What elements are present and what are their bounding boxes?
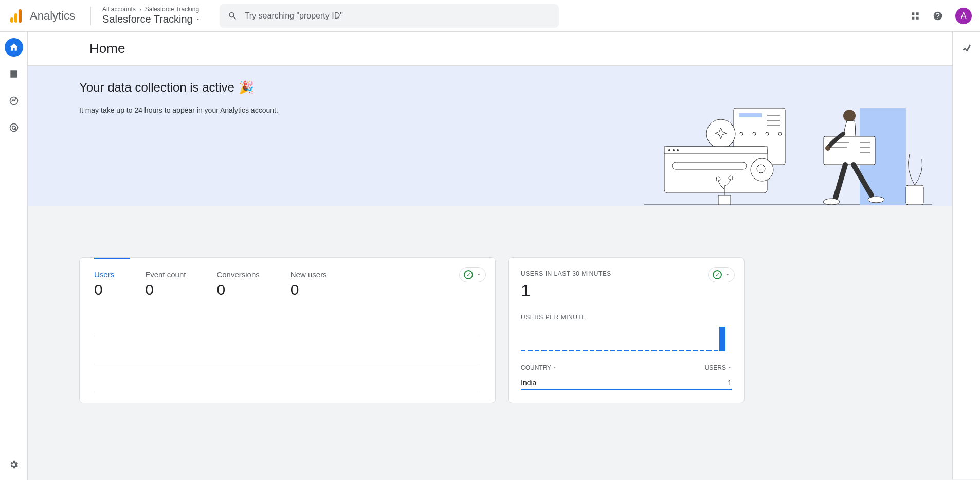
main-content: Home Your data collection is active 🎉 It… <box>28 32 980 480</box>
cards-row: ✓ Users0Event count0Conversions0New user… <box>28 206 952 416</box>
realtime-row-country: India <box>521 379 536 387</box>
nav-explore[interactable] <box>5 92 23 110</box>
spark-bar <box>569 350 574 351</box>
svg-point-3 <box>969 45 970 46</box>
realtime-subtitle: USERS PER MINUTE <box>521 314 732 321</box>
spark-bar <box>693 350 697 351</box>
metric-value: 0 <box>216 281 259 298</box>
explore-icon <box>9 96 19 106</box>
metric-label: Conversions <box>216 270 259 279</box>
check-circle-icon: ✓ <box>464 270 473 279</box>
svg-point-30 <box>843 110 856 122</box>
brand-name: Analytics <box>30 9 75 23</box>
spark-bar <box>528 350 532 351</box>
spark-bar <box>583 350 587 351</box>
realtime-row-bar <box>521 389 732 390</box>
banner-subtitle: It may take up to 24 hours to appear in … <box>79 106 278 114</box>
target-click-icon <box>9 122 19 133</box>
svg-rect-21 <box>672 162 747 169</box>
breadcrumb: All accounts Salesforce Tracking <box>102 6 201 13</box>
svg-point-19 <box>673 149 675 151</box>
spark-bar <box>562 350 567 351</box>
left-nav <box>0 32 28 480</box>
property-selector[interactable]: All accounts Salesforce Tracking Salesfo… <box>102 6 201 25</box>
nav-home[interactable] <box>5 38 23 57</box>
spark-bar <box>624 350 629 351</box>
metric-tabs: Users0Event count0Conversions0New users0 <box>80 258 495 298</box>
svg-point-39 <box>825 146 830 151</box>
check-circle-icon: ✓ <box>713 270 722 279</box>
realtime-col-country[interactable]: COUNTRY <box>521 364 557 371</box>
spark-bar <box>651 350 656 351</box>
banner-illustration <box>664 80 952 206</box>
header-actions: A <box>910 8 972 24</box>
metric-value: 0 <box>291 281 327 298</box>
overview-chart-placeholder <box>80 298 495 402</box>
svg-point-22 <box>751 158 773 181</box>
search-input[interactable] <box>245 11 551 21</box>
spark-bar <box>549 350 553 351</box>
metric-tab-event-count[interactable]: Event count0 <box>145 270 186 298</box>
svg-point-1 <box>10 124 17 132</box>
realtime-col-users[interactable]: USERS <box>705 364 732 371</box>
overview-card: ✓ Users0Event count0Conversions0New user… <box>79 257 496 403</box>
metric-value: 0 <box>94 281 114 298</box>
spark-bar <box>706 350 711 351</box>
avatar[interactable]: A <box>955 8 972 24</box>
banner-title: Your data collection is active <box>79 80 234 95</box>
search-box[interactable] <box>220 4 559 28</box>
svg-point-15 <box>706 119 735 148</box>
realtime-title: USERS IN LAST 30 MINUTES <box>521 270 732 277</box>
gear-icon <box>9 459 19 470</box>
spark-bar <box>659 350 663 351</box>
avatar-initial: A <box>961 11 967 21</box>
breadcrumb-root: All accounts <box>102 6 136 13</box>
home-icon <box>9 42 19 52</box>
help-icon[interactable] <box>933 11 943 21</box>
data-collection-banner: Your data collection is active 🎉 It may … <box>28 66 952 206</box>
page-title: Home <box>89 41 125 57</box>
spark-bar <box>686 350 691 351</box>
chevron-down-icon <box>476 272 481 277</box>
breadcrumb-leaf: Salesforce Tracking <box>145 6 199 13</box>
spark-bar <box>596 350 601 351</box>
metric-tab-users[interactable]: Users0 <box>94 270 114 298</box>
bar-chart-icon <box>9 69 19 79</box>
chevron-right-icon <box>138 7 143 12</box>
spark-bar <box>555 350 560 351</box>
apps-grid-icon[interactable] <box>910 11 920 21</box>
realtime-status-chip[interactable]: ✓ <box>708 267 735 282</box>
spark-bar <box>645 350 649 351</box>
svg-rect-31 <box>824 136 875 165</box>
metric-tab-conversions[interactable]: Conversions0 <box>216 270 259 298</box>
spark-bar <box>535 350 539 351</box>
svg-point-4 <box>963 49 964 50</box>
spark-bar <box>700 350 704 351</box>
insights-icon <box>961 43 972 54</box>
metric-tab-new-users[interactable]: New users0 <box>291 270 327 298</box>
chevron-down-icon <box>725 272 730 277</box>
nav-admin[interactable] <box>5 455 23 474</box>
insights-panel-toggle[interactable] <box>952 32 980 479</box>
svg-rect-7 <box>739 113 762 117</box>
app-header: Analytics All accounts Salesforce Tracki… <box>0 0 980 32</box>
svg-rect-25 <box>718 195 731 205</box>
property-name: Salesforce Tracking <box>102 13 193 25</box>
svg-point-38 <box>868 197 884 203</box>
svg-point-37 <box>823 199 840 205</box>
realtime-card: ✓ USERS IN LAST 30 MINUTES 1 USERS PER M… <box>508 257 745 403</box>
spark-bar <box>665 350 670 351</box>
svg-point-20 <box>677 149 679 151</box>
nav-reports[interactable] <box>5 65 23 83</box>
spark-bar <box>610 350 615 351</box>
svg-rect-17 <box>664 147 767 154</box>
spark-bar <box>617 350 622 351</box>
page-titlebar: Home <box>28 32 980 66</box>
spark-bar <box>638 350 642 351</box>
spark-bar <box>590 350 594 351</box>
spark-bar <box>541 350 546 351</box>
overview-status-chip[interactable]: ✓ <box>459 267 486 282</box>
nav-advertising[interactable] <box>5 118 23 137</box>
spark-bar <box>672 350 677 351</box>
caret-down-icon <box>553 366 557 370</box>
